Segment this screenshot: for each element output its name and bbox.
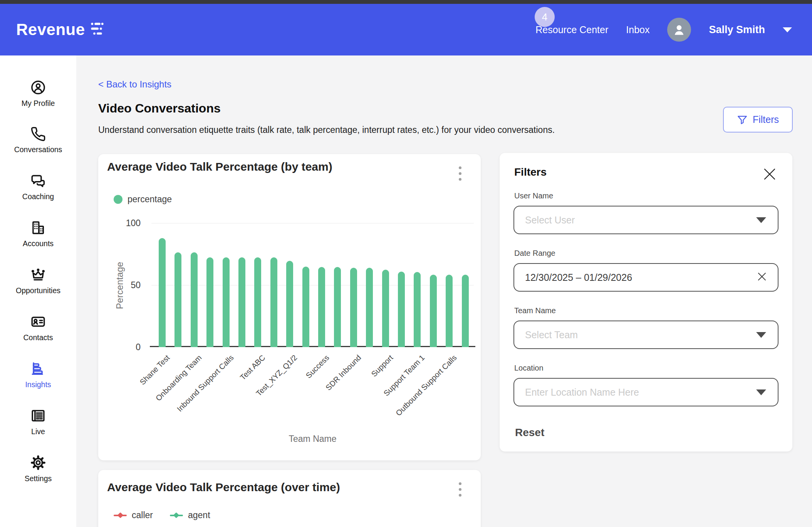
phone-icon bbox=[30, 126, 46, 142]
chart-card-by-team: Average Video Talk Percentage (by team) … bbox=[98, 154, 481, 460]
filters-panel-title: Filters bbox=[514, 166, 778, 178]
gear-icon bbox=[30, 455, 46, 471]
page-description: Understand conversation etiquette traits… bbox=[98, 125, 555, 135]
chart-legend: caller agent bbox=[114, 510, 210, 520]
sidebar-item-accounts[interactable]: Accounts bbox=[23, 220, 54, 248]
chevron-down-icon[interactable] bbox=[783, 27, 792, 32]
chart-title: Average Video Talk Percentage (by team) bbox=[107, 160, 332, 173]
filters-button[interactable]: Filters bbox=[723, 107, 793, 133]
gridline bbox=[151, 285, 474, 285]
contact-card-icon bbox=[30, 314, 46, 330]
chat-bubbles-icon bbox=[30, 173, 46, 189]
clear-date-icon[interactable] bbox=[756, 271, 768, 284]
bar bbox=[462, 275, 469, 347]
browser-top-strip bbox=[0, 0, 812, 4]
legend-item-caller[interactable]: caller bbox=[114, 510, 153, 520]
x-axis-labels: Shane TestOnboarding TeamInbound Support… bbox=[151, 353, 474, 432]
person-icon bbox=[672, 23, 686, 37]
bar bbox=[350, 268, 357, 347]
reset-button[interactable]: Reset bbox=[515, 426, 544, 439]
bar bbox=[254, 257, 261, 347]
y-tick-label: 100 bbox=[108, 218, 141, 228]
user-name-label: User Name bbox=[514, 191, 778, 200]
back-to-insights-link[interactable]: < Back to Insights bbox=[98, 79, 171, 90]
location-input[interactable]: Enter Location Name Here bbox=[513, 378, 778, 406]
legend-item-agent[interactable]: agent bbox=[170, 510, 210, 520]
inbox-link[interactable]: Inbox bbox=[626, 24, 649, 35]
dropdown-caret-icon[interactable] bbox=[756, 332, 766, 338]
bar bbox=[206, 257, 213, 347]
bar-chart-plot bbox=[151, 223, 474, 347]
funnel-icon bbox=[737, 115, 748, 125]
team-name-label: Team Name bbox=[514, 306, 778, 315]
sidebar-item-my-profile[interactable]: My Profile bbox=[22, 79, 55, 108]
sidebar-item-live[interactable]: Live bbox=[30, 408, 46, 436]
x-tick-label: Test ABC bbox=[238, 353, 267, 382]
bar bbox=[159, 238, 166, 347]
chart-title: Average Video Talk Percentage (over time… bbox=[107, 481, 340, 494]
date-range-label: Date Range bbox=[514, 249, 778, 258]
crown-icon bbox=[30, 267, 46, 283]
chart-menu-kebab-icon[interactable] bbox=[457, 165, 463, 182]
bar bbox=[238, 257, 245, 347]
line-diamond-marker-icon bbox=[114, 512, 127, 519]
brand-logo[interactable]: Revenue bbox=[16, 20, 106, 39]
bar-chart-icon bbox=[30, 361, 46, 377]
bar bbox=[286, 261, 293, 347]
user-menu[interactable]: Sally Smith bbox=[709, 24, 765, 36]
x-axis-title: Team Name bbox=[151, 434, 474, 444]
sidebar-item-coaching[interactable]: Coaching bbox=[22, 173, 54, 201]
bar bbox=[382, 270, 389, 347]
dropdown-caret-icon[interactable] bbox=[756, 389, 766, 395]
y-tick-label: 50 bbox=[108, 280, 141, 290]
legend-dot bbox=[114, 195, 122, 204]
buildings-icon bbox=[30, 220, 46, 236]
bar bbox=[318, 267, 325, 347]
sidebar-nav: My Profile Conversations Coaching Accoun… bbox=[0, 55, 76, 527]
brand-name: Revenue bbox=[16, 20, 85, 39]
revenue-logo-icon bbox=[91, 22, 106, 37]
bar bbox=[414, 272, 421, 347]
bar bbox=[446, 275, 453, 347]
dropdown-caret-icon[interactable] bbox=[756, 217, 766, 223]
sidebar-item-insights[interactable]: Insights bbox=[25, 361, 51, 389]
chart-card-over-time: Average Video Talk Percentage (over time… bbox=[98, 470, 481, 527]
legend-item-percentage[interactable]: percentage bbox=[114, 194, 172, 205]
y-tick-label: 0 bbox=[108, 342, 141, 352]
sidebar-item-settings[interactable]: Settings bbox=[25, 455, 52, 483]
bar bbox=[398, 272, 405, 347]
profile-icon bbox=[30, 79, 46, 96]
bar bbox=[191, 252, 198, 347]
gridline bbox=[151, 223, 474, 223]
bar bbox=[334, 267, 341, 347]
page-title: Video Conversations bbox=[98, 101, 221, 116]
bar bbox=[174, 252, 181, 347]
bar bbox=[366, 268, 373, 347]
bar bbox=[223, 257, 230, 347]
live-feed-icon bbox=[30, 408, 46, 424]
bar bbox=[270, 257, 277, 347]
close-icon[interactable] bbox=[762, 167, 777, 181]
notification-badge: 4 bbox=[535, 7, 555, 27]
x-tick-label: Shane Test bbox=[138, 353, 171, 387]
team-select[interactable]: Select Team bbox=[513, 321, 778, 349]
user-select[interactable]: Select User bbox=[513, 206, 778, 234]
x-tick-label: Inbound Support Calls bbox=[175, 353, 235, 413]
location-label: Location bbox=[514, 364, 778, 373]
line-diamond-marker-icon bbox=[170, 512, 183, 519]
chart-legend: percentage bbox=[114, 194, 172, 205]
avatar[interactable] bbox=[667, 18, 691, 42]
filters-panel: Filters User Name Select User Date Range… bbox=[500, 153, 792, 451]
x-axis-line bbox=[150, 346, 475, 347]
chart-menu-kebab-icon[interactable] bbox=[457, 481, 463, 498]
bar bbox=[430, 275, 437, 347]
top-navbar: Revenue 4 Resource Center Inbox Sally Sm… bbox=[0, 4, 812, 55]
x-tick-label: Support bbox=[369, 353, 395, 379]
date-range-input[interactable]: 12/30/2025 – 01/29/2026 bbox=[513, 263, 778, 292]
x-tick-label: Outbound Support Calls bbox=[394, 353, 458, 418]
x-tick-label: Success bbox=[304, 353, 331, 380]
bar bbox=[302, 267, 309, 347]
sidebar-item-conversations[interactable]: Conversations bbox=[14, 126, 62, 154]
sidebar-item-opportunities[interactable]: Opportunities bbox=[16, 267, 60, 295]
sidebar-item-contacts[interactable]: Contacts bbox=[23, 314, 53, 342]
